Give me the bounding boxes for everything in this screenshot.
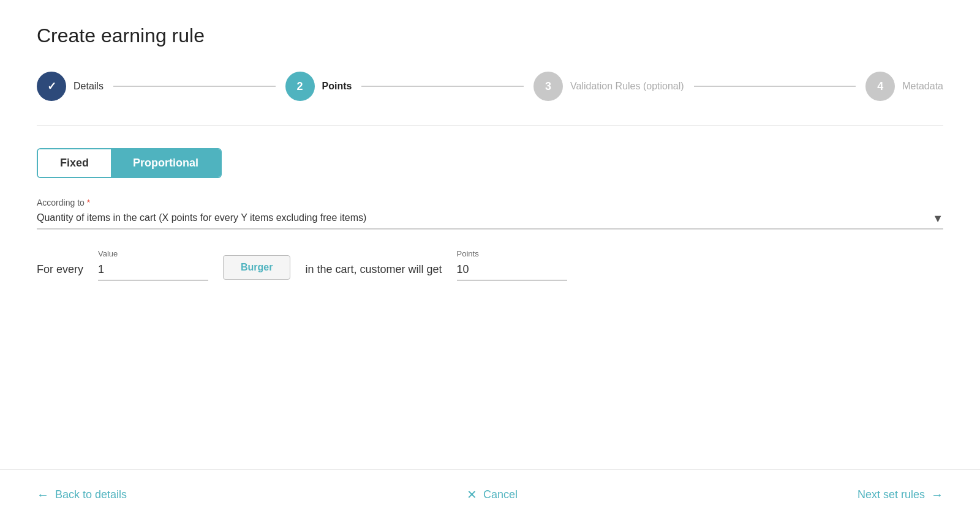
points-type-toggle: Fixed Proportional [37, 148, 222, 178]
arrow-left-icon: ← [37, 488, 49, 502]
arrow-right-icon: → [931, 488, 943, 502]
value-label: Value [98, 249, 208, 258]
connector-1 [113, 86, 276, 87]
points-input[interactable] [457, 261, 567, 281]
value-input[interactable] [98, 261, 208, 281]
step-circle-points: 2 [285, 72, 315, 101]
bottom-navigation: ← Back to details ✕ Cancel Next set rule… [0, 469, 980, 519]
next-label: Next set rules [858, 488, 925, 501]
fixed-toggle[interactable]: Fixed [38, 149, 111, 177]
step-points: 2 Points [285, 72, 352, 101]
step-metadata: 4 Metadata [865, 72, 943, 101]
page-title: Create earning rule [37, 24, 943, 47]
according-to-select[interactable]: Quantity of items in the cart (X points … [37, 212, 943, 230]
according-to-value: Quantity of items in the cart (X points … [37, 212, 943, 223]
back-to-details-button[interactable]: ← Back to details [37, 488, 127, 502]
next-set-rules-button[interactable]: Next set rules → [858, 488, 943, 502]
dropdown-arrow-icon: ▼ [932, 212, 943, 225]
step-circle-details: ✓ [37, 72, 66, 101]
points-input-group: Points [457, 249, 567, 281]
connector-2 [361, 86, 524, 87]
value-input-group: Value [98, 249, 208, 281]
step-label-points: Points [322, 81, 352, 92]
in-cart-label: in the cart, customer will get [305, 263, 442, 281]
step-label-validation: Validation Rules (optional) [570, 81, 684, 92]
step-details: ✓ Details [37, 72, 104, 101]
earning-rule-row: For every Value Burger in the cart, cust… [37, 249, 943, 281]
cancel-button[interactable]: ✕ Cancel [467, 487, 518, 502]
connector-3 [694, 86, 856, 87]
x-icon: ✕ [467, 487, 477, 502]
step-circle-metadata: 4 [865, 72, 895, 101]
step-label-details: Details [74, 81, 104, 92]
for-every-label: For every [37, 263, 83, 281]
stepper: ✓ Details 2 Points 3 Validation Rules (o… [37, 72, 943, 101]
burger-button[interactable]: Burger [223, 255, 290, 280]
back-label: Back to details [55, 488, 127, 501]
divider [37, 125, 943, 126]
step-validation: 3 Validation Rules (optional) [533, 72, 684, 101]
according-to-label: According to * [37, 198, 943, 207]
proportional-toggle[interactable]: Proportional [111, 149, 221, 177]
cancel-label: Cancel [483, 488, 518, 501]
according-to-field: According to * Quantity of items in the … [37, 198, 943, 230]
step-label-metadata: Metadata [902, 81, 943, 92]
step-circle-validation: 3 [533, 72, 563, 101]
points-label: Points [457, 249, 567, 258]
